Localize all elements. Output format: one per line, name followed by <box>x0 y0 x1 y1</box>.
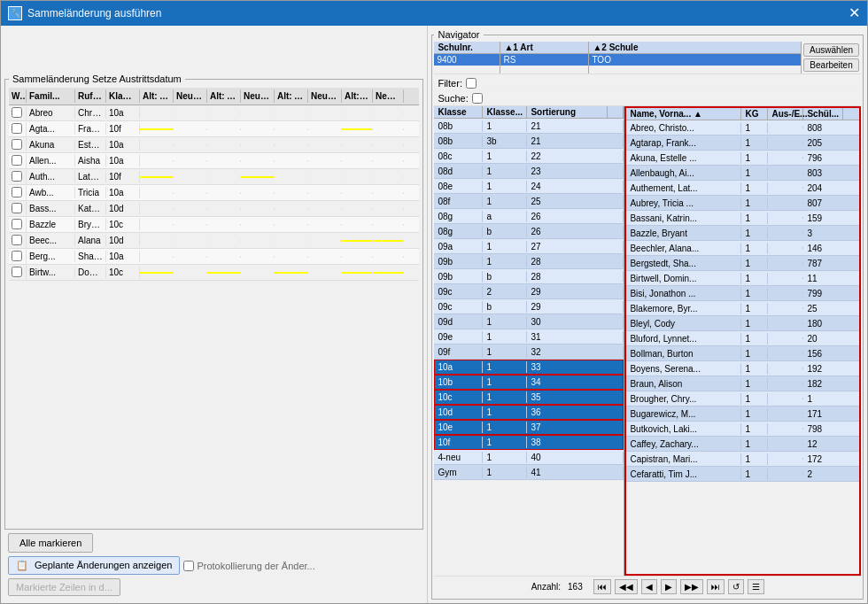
nav-prev-button[interactable]: ◀ <box>641 579 657 594</box>
nav-next-fast-button[interactable]: ▶▶ <box>680 579 703 594</box>
nav-menu-button[interactable]: ☰ <box>748 579 764 594</box>
nav-prev-fast-button[interactable]: ◀◀ <box>615 579 638 594</box>
nav-next-button[interactable]: ▶ <box>661 579 677 594</box>
nav-left-row[interactable]: 09f132 <box>434 345 624 360</box>
header-wahl: Wahl <box>9 89 27 103</box>
nav-left-row[interactable]: 09e131 <box>434 329 624 345</box>
bearbeiten-button[interactable]: Bearbeiten <box>803 58 859 72</box>
nav-right-row[interactable]: Bergstedt, Sha...1787 <box>626 256 859 271</box>
nav-right-row[interactable]: Capistran, Mari...1172 <box>626 452 859 467</box>
bottom-row-2: 📋 Geplante Änderungen anzeigen Protokoll… <box>8 556 420 575</box>
nav-right-row[interactable]: Boyens, Serena...1192 <box>626 361 859 376</box>
nav-left-row[interactable]: 10d136 <box>434 405 624 420</box>
row-checkbox[interactable] <box>12 187 22 197</box>
schule-input[interactable] <box>589 54 801 66</box>
alle-markieren-button[interactable]: Alle markieren <box>8 533 93 553</box>
row-checkbox[interactable] <box>12 219 22 229</box>
nav-right-row[interactable]: Agtarap, Frank...1205 <box>626 136 859 151</box>
nav-right-row[interactable]: Bluford, Lynnet...120 <box>626 331 859 346</box>
nav-left-row[interactable]: 08b121 <box>434 119 624 134</box>
table-row: Agta...Fran...10f <box>9 121 419 137</box>
header-rufn: Rufn... <box>75 89 106 103</box>
nav-left-row[interactable]: 08e124 <box>434 179 624 194</box>
art-col: ▲1 Art <box>500 42 589 74</box>
bottom-row-3: Markierte Zeilen in d... <box>8 578 420 596</box>
nav-left-row[interactable]: Gym141 <box>434 465 624 480</box>
nav-left-header: Klasse Klasse... Sortierung <box>434 106 624 119</box>
nav-left-h-sort: Sortierung <box>527 106 608 118</box>
table-row: Awb...Tricia10a <box>9 185 419 201</box>
bottom-buttons: Alle markieren 📋 Geplante Änderungen anz… <box>4 530 423 600</box>
row-checkbox[interactable] <box>12 267 22 277</box>
nav-right-row[interactable]: Beechler, Alana...1146 <box>626 241 859 256</box>
nav-left-row[interactable]: 10f138 <box>434 435 624 450</box>
nav-left-row[interactable]: 10e137 <box>434 420 624 435</box>
suche-checkbox[interactable] <box>472 93 483 104</box>
nav-refresh-button[interactable]: ↺ <box>728 579 744 594</box>
nav-right-row[interactable]: Abreo, Christo...1808 <box>626 120 859 136</box>
schulnr-input[interactable] <box>434 54 500 66</box>
nav-left-row[interactable]: 10c135 <box>434 390 624 405</box>
nav-right-row[interactable]: Bleyl, Cody1180 <box>626 316 859 331</box>
schulnr-header: Schulnr. <box>434 42 500 54</box>
nav-right-row[interactable]: Authement, Lat...1204 <box>626 181 859 196</box>
nav-right-row[interactable]: Brougher, Chry...11 <box>626 391 859 407</box>
nav-right-row[interactable]: Blakemore, Byr...125 <box>626 301 859 316</box>
nav-left-row[interactable]: 08b3b21 <box>434 134 624 149</box>
nav-right-row[interactable]: Bassani, Katrin...1159 <box>626 211 859 226</box>
row-checkbox[interactable] <box>12 107 22 118</box>
header-famil: Famil... <box>27 89 75 103</box>
nav-left-row[interactable]: 09b128 <box>434 254 624 269</box>
row-checkbox[interactable] <box>12 123 22 134</box>
nav-left-row[interactable]: 09cb29 <box>434 299 624 314</box>
protokollierung-checkbox[interactable] <box>183 561 194 571</box>
nav-right-row[interactable]: Bugarewicz, M...1171 <box>626 407 859 422</box>
nav-right-row[interactable]: Braun, Alison1182 <box>626 376 859 391</box>
nav-left-row[interactable]: 09a127 <box>434 239 624 254</box>
row-checkbox[interactable] <box>12 139 22 150</box>
nav-left-body: 08b12108b3b2108c12208d12308e12408f12508g… <box>434 119 624 576</box>
row-checkbox[interactable] <box>12 203 22 213</box>
nav-left-row[interactable]: 08d123 <box>434 164 624 179</box>
filter-checkbox[interactable] <box>466 78 477 89</box>
geplante-button[interactable]: 📋 Geplante Änderungen anzeigen <box>8 556 180 575</box>
nav-left-row[interactable]: 4-neu140 <box>434 450 624 465</box>
nav-right-row[interactable]: Bazzle, Bryant13 <box>626 226 859 241</box>
nav-left-row[interactable]: 09c229 <box>434 284 624 299</box>
markierte-zeilen-button[interactable]: Markierte Zeilen in d... <box>8 578 120 596</box>
nav-right-row[interactable]: Butkovich, Laki...1798 <box>626 422 859 437</box>
nav-right-row[interactable]: Allenbaugh, Ai...1803 <box>626 166 859 181</box>
nav-last-button[interactable]: ⏭ <box>707 579 725 594</box>
nav-right-row[interactable]: Akuna, Estelle ...1796 <box>626 151 859 166</box>
nav-first-button[interactable]: ⏮ <box>593 579 611 594</box>
table-row: AkunaEstelle10a <box>9 137 419 153</box>
nav-right-row[interactable]: Caffey, Zachary...112 <box>626 437 859 452</box>
main-content: Sammeländerung Setze Austrittsdatum Wahl… <box>1 26 867 603</box>
schulnr-row: Schulnr. ▲1 Art ▲2 Schule Auswählen Bear… <box>434 42 861 74</box>
nav-right-row[interactable]: Aubrey, Tricia ...1807 <box>626 196 859 211</box>
nav-left-h-icon <box>608 106 624 118</box>
nav-right-row[interactable]: Cefaratti, Tim J...12 <box>626 467 859 482</box>
nav-left-row[interactable]: 10b134 <box>434 375 624 390</box>
art-input[interactable] <box>500 54 588 66</box>
row-checkbox[interactable] <box>12 155 22 166</box>
close-button[interactable]: ✕ <box>849 6 860 20</box>
table-row: Berg...Shaun10a <box>9 249 419 265</box>
row-checkbox[interactable] <box>12 251 22 261</box>
nav-right-row[interactable]: Birtwell, Domin...111 <box>626 271 859 286</box>
row-checkbox[interactable] <box>12 235 22 245</box>
nav-left-row[interactable]: 08ga26 <box>434 209 624 224</box>
auswaehlen-button[interactable]: Auswählen <box>803 43 859 57</box>
nav-left-table: Klasse Klasse... Sortierung 08b12108b3b2… <box>434 106 624 576</box>
nav-left-row[interactable]: 10a133 <box>434 360 624 375</box>
nav-left-row[interactable]: 09bb28 <box>434 269 624 284</box>
nav-right-row[interactable]: Bisi, Jonathon ...1799 <box>626 286 859 301</box>
nav-left-row[interactable]: 08f125 <box>434 194 624 209</box>
nav-right-row[interactable]: Bollman, Burton1156 <box>626 346 859 361</box>
nav-left-row[interactable]: 08c122 <box>434 149 624 164</box>
suche-row: Suche: <box>434 91 861 106</box>
nav-right-table: Name, Vorna... ▲ KG Aus-/E... Schül... A… <box>624 106 861 576</box>
nav-left-row[interactable]: 09d130 <box>434 314 624 329</box>
row-checkbox[interactable] <box>12 171 22 182</box>
nav-left-row[interactable]: 08gb26 <box>434 224 624 239</box>
